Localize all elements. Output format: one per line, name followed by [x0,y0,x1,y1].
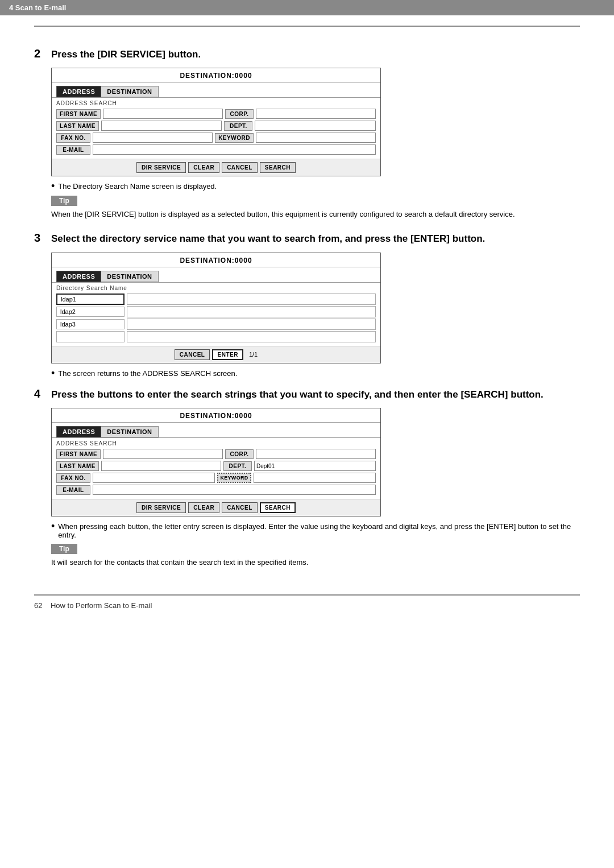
tab-address-3[interactable]: ADDRESS [56,271,101,282]
step3-screen-tabs: ADDRESS DESTINATION [52,267,380,283]
step3-dir-list: ldap1 ldap2 ldap3 [52,292,380,346]
step3-screen-title: DESTINATION:0000 [52,253,380,267]
btn-email-1[interactable]: E-MAIL [56,145,90,155]
btn-lastname-4[interactable]: LAST NAME [56,461,99,471]
step3-section-label: Directory Search Name [52,283,380,292]
header-label: 4 Scan to E-mail [9,3,66,12]
btn-firstname-1[interactable]: FIRST NAME [56,109,101,119]
dir-item-empty-3 [127,319,376,330]
step2-title: Press the [DIR SERVICE] button. [51,48,201,61]
form-row-email-4: E-MAIL [56,485,376,495]
step2-tip-text: When the [DIR SERVICE] button is display… [51,209,580,220]
form-row-email: E-MAIL [56,144,376,155]
tab-destination-3[interactable]: DESTINATION [101,271,158,282]
field-firstname-1[interactable] [103,109,223,119]
dir-row-4 [56,331,376,342]
btn-faxno-4[interactable]: FAX NO. [56,473,90,483]
form-row-faxno-4: FAX NO. KEYWORD [56,473,376,483]
step4-bottom-bar: DIR SERVICE CLEAR CANCEL SEARCH [52,499,380,516]
footer-text: How to Perform Scan to E-mail [51,601,152,610]
tab-destination-4[interactable]: DESTINATION [101,426,158,437]
btn-search-4[interactable]: SEARCH [260,502,296,513]
field-dept-4[interactable]: Dept01 [254,461,376,471]
dir-item-ldap1[interactable]: ldap1 [56,294,125,305]
field-keyword-1[interactable] [256,133,376,143]
header-bar: 4 Scan to E-mail [0,0,614,15]
step4-bullet-text: When pressing each button, the letter en… [58,522,580,539]
btn-enter-3[interactable]: ENTER [212,349,243,360]
dir-item-ldap2[interactable]: ldap2 [56,307,125,317]
dir-row-2: ldap2 [56,306,376,317]
form-row-lastname-4: LAST NAME DEPT. Dept01 [56,461,376,471]
field-email-4[interactable] [93,485,376,495]
field-faxno-4[interactable] [93,473,215,483]
dir-item-empty-1 [127,294,376,305]
step2-tip-label: Tip [51,196,77,206]
step4-section-label: ADDRESS SEARCH [52,438,380,448]
field-keyword-4[interactable] [254,473,376,483]
btn-dirservice-1[interactable]: DIR SERVICE [136,162,186,173]
step4-tip: Tip It will search for the contacts that… [51,544,580,568]
dir-row-3: ldap3 [56,319,376,330]
form-row-firstname: FIRST NAME CORP. [56,109,376,119]
tab-address-4[interactable]: ADDRESS [56,426,101,437]
step4-screen-tabs: ADDRESS DESTINATION [52,423,380,438]
step4-tip-text: It will search for the contacts that con… [51,557,580,568]
field-corp-4[interactable] [256,449,376,459]
btn-corp-4[interactable]: CORP. [225,449,254,459]
btn-firstname-4[interactable]: FIRST NAME [56,449,101,459]
field-firstname-4[interactable] [103,449,223,459]
step4-title: Press the buttons to enter the search st… [51,388,544,402]
bullet-dot-1: • [51,181,55,191]
step2-form: FIRST NAME CORP. LAST NAME DEPT. FAX NO.… [52,108,380,159]
step2-bullet-text: The Directory Search Name screen is disp… [58,182,217,191]
step3-title: Select the directory service name that y… [51,233,485,246]
page-indicator-3: 1/1 [249,351,258,358]
btn-dept-4[interactable]: DEPT. [223,461,252,471]
btn-lastname-1[interactable]: LAST NAME [56,121,99,131]
field-dept-1[interactable] [255,121,376,131]
step3-screen: DESTINATION:0000 ADDRESS DESTINATION Dir… [51,253,381,363]
btn-cancel-3[interactable]: CANCEL [175,349,210,360]
btn-dirservice-4[interactable]: DIR SERVICE [136,502,186,513]
btn-dept-1[interactable]: DEPT. [224,121,252,131]
step2-number: 2 [34,47,51,60]
dir-row-1: ldap1 [56,294,376,305]
tab-destination-1[interactable]: DESTINATION [101,86,158,97]
form-row-faxno: FAX NO. KEYWORD [56,133,376,143]
step2-screen-tabs: ADDRESS DESTINATION [52,82,380,98]
step4-tip-label: Tip [51,544,77,554]
field-corp-1[interactable] [256,109,376,119]
dir-item-ldap3[interactable]: ldap3 [56,319,125,329]
btn-search-1[interactable]: SEARCH [260,162,296,173]
step4-form: FIRST NAME CORP. LAST NAME DEPT. Dept01 … [52,448,380,499]
field-faxno-1[interactable] [93,133,213,143]
step3-bullet: • The screen returns to the ADDRESS SEAR… [51,369,580,378]
btn-cancel-1[interactable]: CANCEL [222,162,258,173]
step4-screen: DESTINATION:0000 ADDRESS DESTINATION ADD… [51,408,381,516]
field-lastname-4[interactable] [101,461,221,471]
dir-item-empty-4 [127,331,376,342]
step2-bottom-bar: DIR SERVICE CLEAR CANCEL SEARCH [52,159,380,176]
btn-keyword-4[interactable]: KEYWORD [217,473,251,483]
step3-block: 3 Select the directory service name that… [34,233,580,246]
btn-clear-1[interactable]: CLEAR [188,162,219,173]
step4-number: 4 [34,387,51,400]
btn-corp-1[interactable]: CORP. [225,109,254,119]
step3-bullet-text: The screen returns to the ADDRESS SEARCH… [58,369,237,378]
btn-faxno-1[interactable]: FAX NO. [56,133,90,143]
tab-address-1[interactable]: ADDRESS [56,86,101,97]
dir-item-empty-row [56,331,125,342]
btn-clear-4[interactable]: CLEAR [188,502,219,513]
btn-email-4[interactable]: E-MAIL [56,485,90,495]
step2-screen-title: DESTINATION:0000 [52,68,380,82]
footer: 62 How to Perform Scan to E-mail [0,596,614,621]
field-lastname-1[interactable] [101,121,222,131]
btn-cancel-4[interactable]: CANCEL [222,502,258,513]
btn-keyword-1[interactable]: KEYWORD [215,133,254,143]
field-email-1[interactable] [93,144,376,155]
dir-item-empty-2 [127,306,376,317]
step2-tip: Tip When the [DIR SERVICE] button is dis… [51,196,580,220]
step2-bullet: • The Directory Search Name screen is di… [51,182,580,191]
footer-page: 62 [34,601,42,610]
